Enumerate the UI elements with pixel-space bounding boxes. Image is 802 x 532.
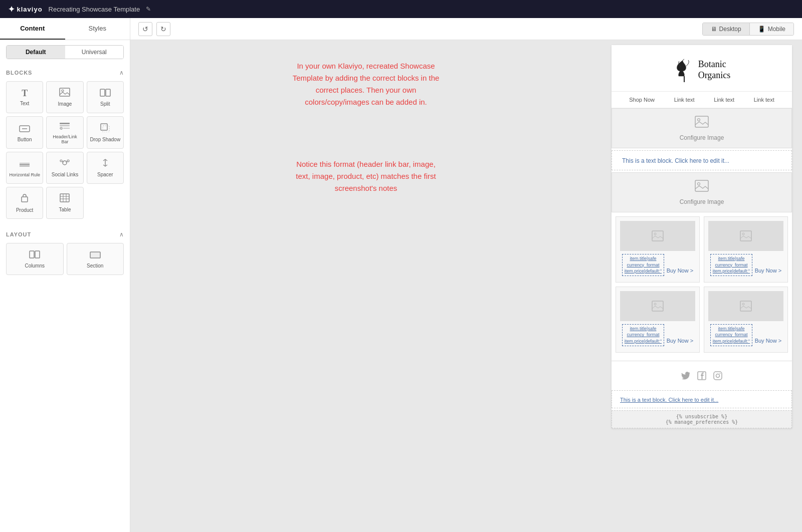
default-toggle[interactable]: Default — [7, 46, 65, 59]
product-4-title: item.title|safecurrency_formatitem.price… — [710, 324, 752, 346]
layout-section: LAYOUT ∧ Columns Section — [0, 226, 130, 282]
svg-rect-44 — [714, 372, 722, 380]
svg-rect-10 — [101, 124, 107, 130]
product-img-4 — [708, 291, 783, 321]
product-img-3 — [620, 291, 695, 321]
blocks-section-header: BLOCKS ∧ — [6, 69, 124, 76]
email-header: Botanic Organics — [612, 45, 792, 92]
universal-toggle[interactable]: Universal — [65, 46, 124, 59]
product-card-4[interactable]: item.title|safecurrency_formatitem.price… — [704, 287, 788, 353]
instruction-box-1: In your own Klaviyo, recreated Showcase … — [281, 50, 451, 118]
redo-button[interactable]: ↻ — [156, 22, 170, 36]
undo-button[interactable]: ↺ — [138, 22, 152, 36]
footer-text-link[interactable]: This is a text block. Click here to edit… — [620, 397, 718, 403]
svg-rect-37 — [740, 231, 751, 241]
logo: ✦ klaviyo — [8, 5, 43, 14]
svg-rect-3 — [106, 89, 110, 96]
mobile-icon: 📱 — [758, 26, 765, 33]
configure-image-label-1: Configure Image — [680, 134, 724, 141]
spacer-icon — [101, 158, 110, 170]
product-img-2 — [708, 221, 783, 251]
product-1-buy-btn[interactable]: Buy Now > — [667, 268, 694, 274]
svg-point-42 — [742, 303, 744, 305]
svg-point-16 — [60, 160, 62, 162]
product-1-title: item.title|safecurrency_formatitem.price… — [622, 254, 664, 276]
layout-section-header: LAYOUT ∧ — [6, 231, 124, 238]
main: Default Universal BLOCKS ∧ T Text — [0, 40, 802, 532]
split-block-icon — [100, 88, 111, 99]
layout-section-title: LAYOUT — [6, 231, 31, 237]
footer-text-block[interactable]: This is a text block. Click here to edit… — [612, 390, 792, 408]
header-link-bar-icon — [59, 121, 70, 132]
block-image[interactable]: Image — [46, 81, 83, 113]
desktop-view-button[interactable]: 🖥 Desktop — [703, 23, 749, 35]
block-horizontal-rule[interactable]: Horizontal Rule — [6, 152, 43, 184]
nav-shop-now[interactable]: Shop Now — [629, 97, 655, 103]
text-block-1[interactable]: This is a text block. Click here to edit… — [612, 150, 792, 170]
block-button[interactable]: Button — [6, 116, 43, 149]
page-title: Recreating Showcase Template — [49, 6, 140, 13]
configure-image-1[interactable]: Configure Image — [612, 108, 792, 148]
svg-rect-39 — [652, 301, 663, 311]
instagram-icon[interactable] — [713, 371, 722, 382]
block-columns[interactable]: Columns — [6, 243, 64, 275]
block-section[interactable]: Section — [67, 243, 124, 275]
instruction-box-2: Notice this format (header link bar, ima… — [281, 148, 451, 204]
block-product[interactable]: Product — [6, 187, 43, 219]
product-2-buy-btn[interactable]: Buy Now > — [755, 268, 782, 274]
block-social-links[interactable]: Social Links — [46, 152, 83, 184]
product-3-buy-btn[interactable]: Buy Now > — [667, 338, 694, 344]
block-table[interactable]: Table — [46, 187, 83, 219]
svg-rect-21 — [22, 197, 28, 202]
nav-link-3[interactable]: Link text — [714, 97, 734, 103]
product-card-3[interactable]: item.title|safecurrency_formatitem.price… — [616, 287, 700, 353]
mobile-view-button[interactable]: 📱 Mobile — [749, 23, 793, 35]
layout-collapse-button[interactable]: ∧ — [119, 231, 124, 238]
product-card-2[interactable]: item.title|safecurrency_formatitem.price… — [704, 216, 788, 283]
svg-point-15 — [63, 161, 67, 165]
block-social-links-label: Social Links — [52, 172, 78, 177]
block-header-link-bar-label: Header/Link Bar — [49, 134, 81, 144]
tab-content[interactable]: Content — [0, 18, 65, 40]
svg-point-40 — [654, 303, 656, 305]
svg-point-8 — [60, 127, 62, 129]
svg-rect-31 — [695, 116, 708, 127]
svg-rect-2 — [100, 89, 105, 96]
product-3-title: item.title|safecurrency_formatitem.price… — [622, 324, 664, 346]
product-card-1[interactable]: item.title|safecurrency_formatitem.price… — [616, 216, 700, 283]
block-split[interactable]: Split — [87, 81, 124, 113]
product-4-buy-btn[interactable]: Buy Now > — [755, 338, 782, 344]
facebook-icon[interactable] — [697, 371, 706, 382]
block-text[interactable]: T Text — [6, 81, 43, 113]
logo-area: Botanic Organics — [622, 57, 782, 83]
nav-link-4[interactable]: Link text — [754, 97, 774, 103]
block-header-link-bar[interactable]: Header/Link Bar — [46, 116, 83, 149]
block-table-label: Table — [59, 207, 71, 212]
svg-point-36 — [654, 233, 656, 235]
table-icon — [60, 193, 70, 205]
unsubscribe-line1: {% unsubscribe %} — [620, 414, 783, 419]
twitter-icon[interactable] — [681, 371, 690, 382]
tab-styles[interactable]: Styles — [65, 18, 130, 40]
svg-rect-22 — [60, 194, 69, 202]
blocks-grid: T Text Image Split — [6, 81, 124, 219]
block-section-label: Section — [87, 263, 103, 269]
button-block-icon — [19, 123, 30, 135]
text-block-1-link[interactable]: This is a text block. Click here to edit… — [622, 157, 729, 164]
block-spacer[interactable]: Spacer — [87, 152, 124, 184]
image-placeholder-icon-2 — [695, 179, 709, 195]
instruction-text-2: Notice this format (header link bar, ima… — [291, 158, 441, 194]
configure-image-2[interactable]: Configure Image — [612, 172, 792, 212]
svg-rect-28 — [35, 251, 40, 258]
block-drop-shadow-label: Drop Shadow — [90, 137, 121, 142]
columns-icon — [29, 249, 40, 261]
block-image-label: Image — [58, 101, 72, 107]
nav-link-2[interactable]: Link text — [674, 97, 695, 103]
image-placeholder-icon-1 — [695, 115, 709, 131]
blocks-collapse-button[interactable]: ∧ — [119, 69, 124, 76]
toggle-row: Default Universal — [6, 45, 124, 59]
svg-rect-41 — [740, 301, 751, 311]
edit-icon[interactable]: ✎ — [146, 6, 151, 13]
block-product-label: Product — [16, 207, 33, 213]
block-drop-shadow[interactable]: Drop Shadow — [87, 116, 124, 149]
